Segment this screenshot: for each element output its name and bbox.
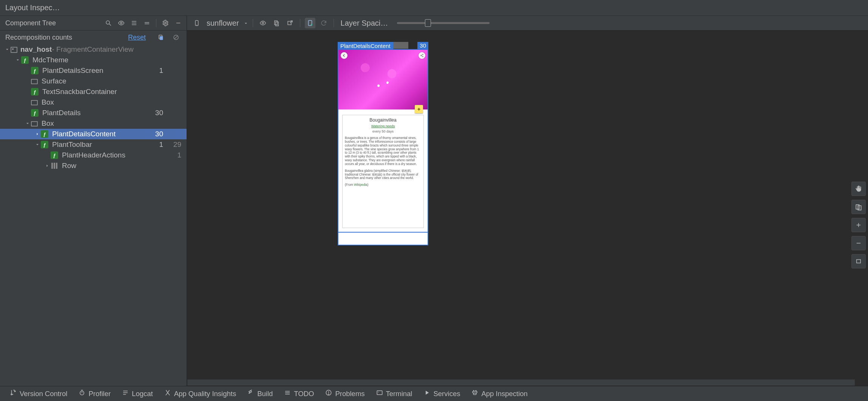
disable-icon[interactable] <box>171 32 181 43</box>
plant-source: (From Wikipedia) <box>345 183 421 187</box>
tree-node-label: Box <box>42 119 54 128</box>
composable-icon <box>31 88 39 96</box>
composable-icon <box>41 130 48 138</box>
chevron-down-icon[interactable] <box>244 19 248 28</box>
back-button[interactable] <box>341 52 348 59</box>
tree-row[interactable]: TextSnackbarContainer <box>0 86 187 97</box>
preview-toolbar: sunflower Layer Spaci… <box>187 16 868 31</box>
snapshot-icon[interactable] <box>271 18 282 28</box>
component-tree-label: Component Tree <box>5 19 56 27</box>
refresh-icon[interactable] <box>318 18 329 28</box>
plant-title: Bougainvillea <box>345 117 421 123</box>
status-item[interactable]: App Quality Insights <box>164 389 236 398</box>
visibility-icon[interactable] <box>116 18 127 28</box>
right-panel: sunflower Layer Spaci… <box>187 16 868 386</box>
svg-rect-4 <box>132 21 136 22</box>
status-item[interactable]: Logcat <box>122 389 153 398</box>
tree-row[interactable]: MdcTheme <box>0 55 187 65</box>
tool-window-title: Layout Inspec… <box>0 0 868 16</box>
layers-icon[interactable] <box>851 200 866 214</box>
tree-node-label: PlantDetails <box>42 109 80 117</box>
svg-rect-47 <box>377 391 382 395</box>
component-tree-toolbar: Component Tree <box>0 16 187 31</box>
status-item[interactable]: TODO <box>284 389 314 398</box>
skip-count: 1 <box>170 151 181 159</box>
status-item[interactable]: Profiler <box>79 389 111 398</box>
device-label[interactable]: sunflower <box>207 19 239 28</box>
status-label: Profiler <box>88 390 111 398</box>
svg-rect-33 <box>857 260 861 263</box>
tree-row[interactable]: Box <box>0 118 187 129</box>
status-item[interactable]: Services <box>423 389 460 398</box>
tree-row[interactable]: PlantHeaderActions1 <box>0 150 187 160</box>
status-item[interactable]: Terminal <box>376 389 412 398</box>
tree-node-label: PlantDetailsScreen <box>42 66 103 75</box>
share-button[interactable] <box>419 52 425 59</box>
chevron-right-icon[interactable] <box>34 132 41 136</box>
slider-thumb[interactable] <box>425 19 431 27</box>
recomposition-counts-label: Recomposition counts <box>5 34 72 42</box>
collapse-all-icon[interactable] <box>142 18 152 28</box>
status-item[interactable]: App Inspection <box>471 389 527 398</box>
svg-point-24 <box>421 55 422 56</box>
svg-point-23 <box>423 54 423 55</box>
component-tree[interactable]: nav_host - FragmentContainerViewMdcTheme… <box>0 44 187 386</box>
status-label: TODO <box>294 390 314 398</box>
chevron-down-icon[interactable] <box>34 142 41 147</box>
view-icon <box>31 100 38 105</box>
tree-row[interactable]: PlantDetails30 <box>0 108 187 118</box>
composable-icon <box>21 56 29 64</box>
bottom-status-bar: Version ControlProfilerLogcatApp Quality… <box>0 386 868 401</box>
horizontal-scrollbar[interactable] <box>187 379 855 386</box>
tree-row[interactable]: PlantDetailsContent30 <box>0 129 187 139</box>
minimize-icon[interactable] <box>173 18 184 28</box>
reset-link[interactable]: Reset <box>128 34 146 42</box>
add-plant-fab[interactable]: + <box>415 105 423 113</box>
svg-line-1 <box>109 24 111 26</box>
status-label: Terminal <box>386 390 412 398</box>
expand-all-icon[interactable] <box>129 18 139 28</box>
skip-count <box>170 130 181 138</box>
layout-canvas[interactable]: PlantDetailsContent30 + Bougainvillea <box>187 31 868 386</box>
tree-row[interactable]: Surface <box>0 76 187 86</box>
svg-point-53 <box>476 390 477 391</box>
tree-row[interactable]: Row <box>0 160 187 171</box>
svg-line-27 <box>421 56 422 56</box>
svg-point-0 <box>106 21 110 24</box>
chevron-down-icon[interactable] <box>14 58 21 62</box>
tree-row[interactable]: PlantToolbar129 <box>0 139 187 150</box>
tree-row[interactable]: PlantDetailsScreen1 <box>0 65 187 76</box>
live-view-icon[interactable] <box>258 18 268 28</box>
layer-spacing-label: Layer Spaci… <box>341 19 388 28</box>
device-icon[interactable] <box>192 18 202 28</box>
search-icon[interactable] <box>103 18 114 28</box>
status-icon <box>376 389 383 398</box>
fit-screen-icon[interactable] <box>851 254 866 268</box>
device-frame[interactable]: + Bougainvillea Watering needs every 50 … <box>338 49 428 245</box>
tree-row[interactable]: Box <box>0 97 187 108</box>
recomposition-count: 30 <box>153 109 163 117</box>
settings-icon[interactable] <box>160 18 171 28</box>
status-item[interactable]: Problems <box>325 389 364 398</box>
chevron-down-icon[interactable] <box>24 121 31 126</box>
chevron-right-icon[interactable] <box>44 163 51 168</box>
copy-icon[interactable] <box>156 32 166 43</box>
status-icon <box>79 389 85 398</box>
view-icon <box>31 79 38 84</box>
tree-row-root[interactable]: nav_host - FragmentContainerView <box>0 44 187 55</box>
status-item[interactable]: Version Control <box>10 389 67 398</box>
layer-spacing-slider[interactable] <box>397 22 490 24</box>
overlay-mode-icon[interactable] <box>305 18 315 28</box>
export-icon[interactable] <box>285 18 295 28</box>
status-item[interactable]: Build <box>247 389 273 398</box>
tree-node-label: Surface <box>42 77 66 85</box>
wikipedia-link[interactable]: Wikipedia <box>354 183 368 187</box>
left-panel: Component Tree Recomposition co <box>0 16 187 386</box>
chevron-down-icon[interactable] <box>4 47 11 52</box>
selection-count: 30 <box>417 42 428 49</box>
svg-point-16 <box>262 22 264 24</box>
tree-node-label: PlantDetailsContent <box>52 130 116 138</box>
zoom-in-icon[interactable] <box>851 218 866 232</box>
zoom-out-icon[interactable] <box>851 236 866 250</box>
pan-tool-icon[interactable] <box>851 182 866 196</box>
